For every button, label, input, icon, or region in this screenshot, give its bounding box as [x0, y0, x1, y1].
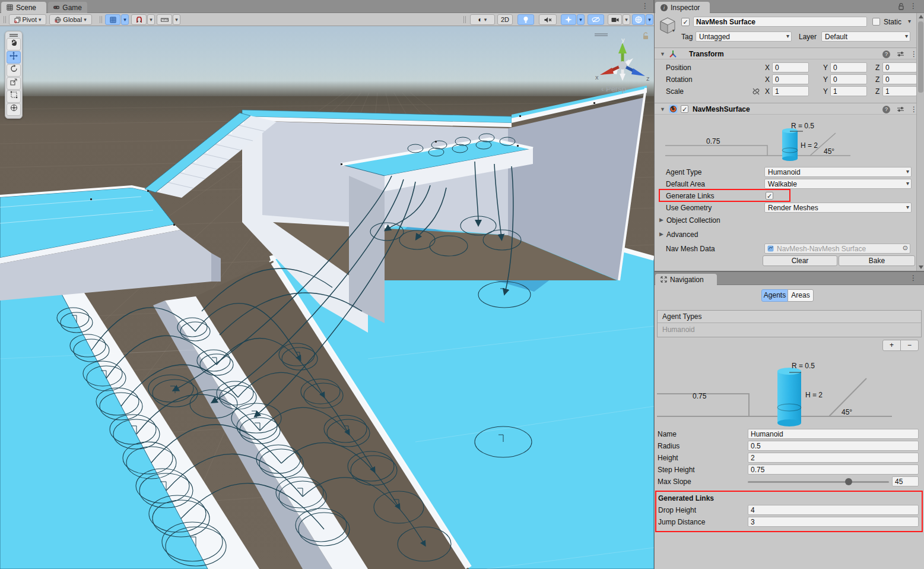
layer-label: Layer — [799, 33, 817, 41]
position-z-field[interactable] — [882, 62, 917, 72]
shading-mode-button[interactable]: ◐ ▾ — [470, 14, 495, 25]
rotation-y-field[interactable] — [830, 74, 867, 84]
grid-options-caret[interactable]: ▾ — [121, 14, 129, 25]
eye-slash-icon — [592, 17, 600, 23]
gameobject-caret-icon[interactable]: ▾ — [672, 28, 675, 33]
tab-game[interactable]: Game — [48, 2, 87, 13]
layer-dropdown[interactable]: Default ▾ — [821, 31, 910, 42]
scale-x-field[interactable] — [772, 86, 809, 96]
add-agent-type-button[interactable]: + — [882, 340, 901, 351]
agent-type-dropdown[interactable]: Humanoid ▾ — [764, 167, 912, 177]
transform-header[interactable]: ▼ Transform ? ⋮ — [655, 48, 924, 59]
tab-inspector[interactable]: i Inspector — [655, 2, 710, 13]
navigation-menu-icon[interactable]: ⋮ — [910, 274, 917, 282]
overlay-drag-handle[interactable] — [9, 34, 18, 37]
transform-icon — [10, 104, 18, 112]
scene-3d-viewport[interactable] — [0, 26, 654, 569]
nav-mesh-data-objectfield[interactable]: NavMesh-NavMesh Surface ⊙ — [764, 244, 910, 254]
scale-tool-button[interactable] — [7, 77, 21, 90]
height-field[interactable] — [748, 453, 919, 463]
inspector-scrollbar[interactable] — [916, 13, 924, 271]
tag-dropdown[interactable]: Untagged ▾ — [696, 31, 792, 42]
advanced-foldout[interactable]: ▶ Advanced — [655, 229, 924, 239]
object-picker-icon[interactable]: ⊙ — [903, 244, 908, 252]
grid-visibility-button[interactable] — [105, 14, 120, 25]
effects-options-caret[interactable]: ▾ — [577, 14, 585, 25]
gizmos-toggle-button[interactable] — [632, 14, 645, 25]
toolbar-handle[interactable] — [463, 16, 466, 23]
foldout-open-icon[interactable]: ▼ — [660, 51, 665, 57]
gizmo-persp[interactable]: ‹ Persp — [601, 84, 626, 93]
max-slope-slider-track[interactable] — [748, 481, 889, 483]
global-button[interactable]: Global ▾ — [49, 14, 92, 25]
radius-field[interactable] — [748, 441, 919, 451]
presets-icon[interactable] — [897, 50, 904, 58]
max-slope-slider-thumb[interactable] — [845, 478, 852, 485]
areas-tab-button[interactable]: Areas — [788, 289, 814, 302]
hidden-objects-button[interactable] — [588, 14, 604, 25]
scroll-down-button[interactable] — [919, 265, 923, 269]
camera-button[interactable] — [608, 14, 622, 25]
name-field[interactable] — [748, 429, 919, 439]
object-collection-foldout[interactable]: ▶ Object Collection — [655, 215, 924, 225]
scale-y-field[interactable] — [830, 86, 867, 96]
presets-icon[interactable] — [897, 106, 904, 113]
lighting-toggle-button[interactable] — [517, 14, 534, 25]
snap-button[interactable] — [131, 14, 147, 25]
scroll-thumb[interactable] — [918, 21, 923, 93]
position-x-field[interactable] — [772, 62, 809, 72]
static-caret-icon[interactable]: ▾ — [908, 18, 911, 24]
effects-toggle-button[interactable] — [561, 14, 576, 25]
scroll-up-button[interactable] — [919, 15, 923, 18]
rotation-z-field[interactable] — [882, 74, 917, 84]
tab-navigation[interactable]: Navigation — [655, 274, 717, 285]
clear-button[interactable]: Clear — [763, 255, 837, 266]
scene-menu-icon[interactable]: ⋮ — [642, 2, 649, 10]
tab-scene[interactable]: Scene — [1, 2, 46, 13]
navigation-icon — [661, 276, 667, 283]
help-icon[interactable]: ? — [882, 50, 890, 58]
default-area-dropdown[interactable]: Walkable ▾ — [764, 179, 912, 189]
foldout-open-icon[interactable]: ▼ — [660, 106, 665, 112]
drop-height-field[interactable] — [748, 505, 919, 515]
hand-tool-button[interactable] — [7, 38, 21, 50]
jump-distance-field[interactable] — [748, 517, 919, 527]
measure-button[interactable] — [157, 14, 172, 25]
rotate-tool-button[interactable] — [7, 64, 21, 77]
agents-tab-button[interactable]: Agents — [761, 289, 788, 302]
gameobject-name-field[interactable] — [693, 17, 867, 27]
measure-options-caret[interactable]: ▾ — [173, 14, 180, 25]
snap-options-caret[interactable]: ▾ — [147, 14, 155, 25]
agent-type-list-item[interactable]: Humanoid — [658, 323, 921, 337]
remove-agent-type-button[interactable]: − — [900, 340, 919, 351]
unlock-icon[interactable] — [898, 3, 904, 10]
move-tool-button[interactable] — [7, 51, 21, 64]
link-broken-icon[interactable] — [752, 88, 760, 95]
scale-z-field[interactable] — [882, 86, 917, 96]
navmeshsurface-enabled-checkbox[interactable]: ✓ — [681, 105, 688, 113]
overlay-drag-handle[interactable] — [595, 33, 608, 36]
pivot-button[interactable]: Pivot ▾ — [9, 14, 46, 25]
gizmos-options-caret[interactable]: ▾ — [646, 14, 653, 25]
camera-options-caret[interactable]: ▾ — [623, 14, 630, 25]
inspector-menu-icon[interactable]: ⋮ — [910, 2, 917, 10]
toolbar-handle[interactable] — [100, 16, 102, 23]
rect-tool-button[interactable] — [7, 90, 21, 103]
2d-toggle-button[interactable]: 2D — [497, 14, 513, 25]
step-height-field[interactable] — [748, 464, 919, 475]
audio-toggle-button[interactable] — [539, 14, 557, 25]
generate-links-checkbox[interactable]: ✓ — [766, 192, 773, 200]
toolbar-handle[interactable] — [4, 16, 6, 23]
rotation-x-field[interactable] — [772, 74, 809, 84]
gameobject-active-checkbox[interactable]: ✓ — [681, 18, 690, 26]
position-row: Position X Y Z — [655, 62, 924, 72]
check-icon: ✓ — [767, 192, 772, 200]
position-y-field[interactable] — [830, 62, 867, 72]
help-icon[interactable]: ? — [882, 106, 890, 113]
transform-tool-button[interactable] — [7, 103, 21, 116]
use-geometry-dropdown[interactable]: Render Meshes ▾ — [764, 203, 912, 213]
navmeshsurface-header[interactable]: ▼ ✓ NavMeshSurface ? ⋮ — [655, 103, 924, 115]
bake-button[interactable]: Bake — [839, 255, 915, 266]
max-slope-field[interactable] — [892, 476, 919, 486]
static-checkbox[interactable] — [872, 18, 880, 26]
